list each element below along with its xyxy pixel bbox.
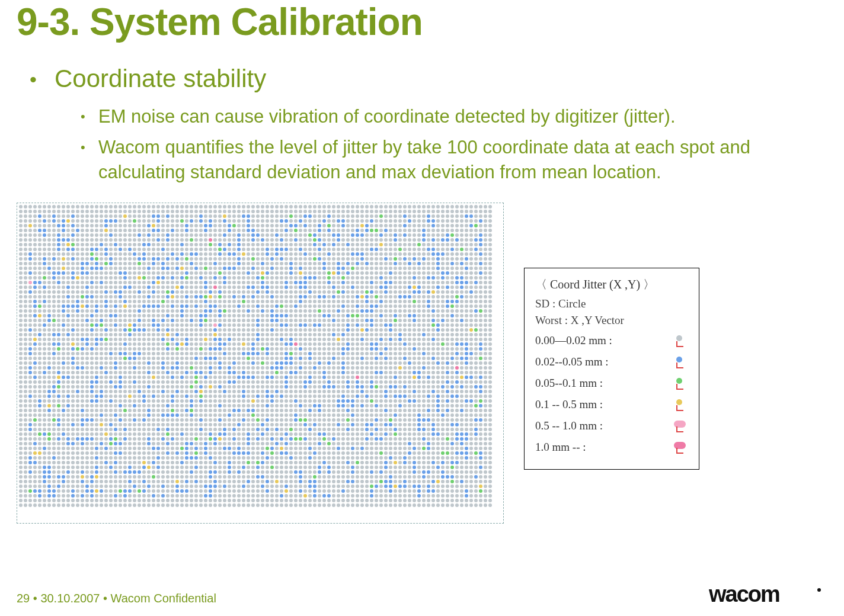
bullet-em-noise: EM noise can cause vibration of coordina… <box>98 104 827 129</box>
bullet-list-level1: Coordinate stability EM noise can cause … <box>17 64 827 185</box>
legend-row-5: 1.0 mm -- : <box>535 439 688 455</box>
footer-conf: Wacom Confidential <box>111 592 216 605</box>
bullet-text: Coordinate stability <box>55 65 266 92</box>
legend-swatch-blue <box>672 355 688 368</box>
bullet-coord-stability: Coordinate stability EM noise can cause … <box>44 64 827 185</box>
legend-swatch-gray <box>672 334 688 347</box>
legend-row-2: 0.05--0.1 mm : <box>535 376 688 391</box>
legend-label: 0.05--0.1 mm : <box>535 377 668 390</box>
legend-row-4: 0.5 -- 1.0 mm : <box>535 418 688 434</box>
page-title: 9-3. System Calibration <box>17 0 827 44</box>
footer-date: 30.10.2007 <box>40 592 100 605</box>
svg-text:wacom: wacom <box>709 582 779 607</box>
legend-worst: Worst : X ,Y Vector <box>535 314 688 327</box>
footer-sep2: • <box>100 592 110 605</box>
heatmap-canvas <box>17 203 503 523</box>
legend-sd: SD : Circle <box>535 297 688 310</box>
footer-sep: • <box>30 592 40 605</box>
legend-box: 〈 Coord Jitter (X ,Y) 〉 SD : Circle Wors… <box>524 268 699 470</box>
legend-swatch-dpink <box>672 441 688 454</box>
legend-row-0: 0.00—0.02 mm : <box>535 333 688 348</box>
legend-swatch-yellow <box>672 398 688 411</box>
legend-label: 0.1 -- 0.5 mm : <box>535 398 668 411</box>
svg-point-1 <box>817 588 821 592</box>
figure-row: 〈 Coord Jitter (X ,Y) 〉 SD : Circle Wors… <box>17 203 827 524</box>
footer-page: 29 <box>17 592 30 605</box>
legend-title: 〈 Coord Jitter (X ,Y) 〉 <box>535 277 688 293</box>
wacom-logo: wacom <box>709 582 827 608</box>
wacom-logo-icon: wacom <box>709 582 827 608</box>
legend-swatch-pink <box>672 419 688 432</box>
legend-swatch-green <box>672 377 688 390</box>
bullet-quantify: Wacom quantifies the level of jitter by … <box>98 135 827 185</box>
bullet-list-level2: EM noise can cause vibration of coordina… <box>55 104 827 185</box>
legend-row-3: 0.1 -- 0.5 mm : <box>535 397 688 412</box>
jitter-heatmap <box>17 203 504 524</box>
footer: 29 • 30.10.2007 • Wacom Confidential <box>17 592 216 605</box>
legend-label: 0.5 -- 1.0 mm : <box>535 419 668 432</box>
legend-row-1: 0.02--0.05 mm : <box>535 354 688 370</box>
legend-label: 0.02--0.05 mm : <box>535 355 668 368</box>
legend-label: 0.00—0.02 mm : <box>535 334 668 347</box>
legend-label: 1.0 mm -- : <box>535 441 668 454</box>
